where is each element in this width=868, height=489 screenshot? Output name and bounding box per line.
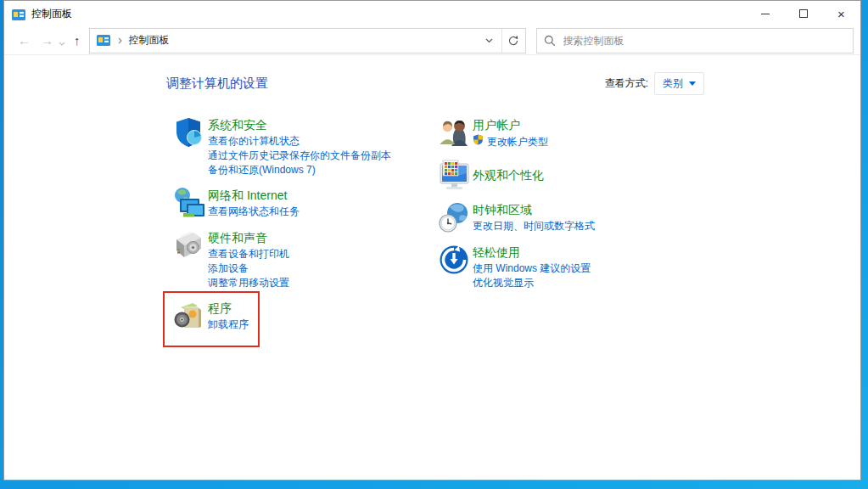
category-title-user-accounts[interactable]: 用户帐户 bbox=[473, 117, 548, 132]
category-title-clock-region[interactable]: 时钟和区域 bbox=[473, 202, 595, 217]
left-column: 系统和安全 查看你的计算机状态 通过文件历史记录保存你的文件备份副本 备份和还原… bbox=[166, 115, 431, 341]
forward-button[interactable]: → bbox=[36, 33, 59, 48]
link-add-device[interactable]: 添加设备 bbox=[208, 261, 289, 276]
category-appearance-personalization: 外观和个性化 bbox=[437, 158, 595, 192]
search-input[interactable] bbox=[563, 35, 847, 47]
address-box[interactable]: 控制面板 bbox=[89, 28, 526, 53]
refresh-icon[interactable] bbox=[501, 29, 525, 53]
address-dropdown-chevron-icon[interactable] bbox=[478, 29, 501, 53]
right-column: 用户帐户 更改帐户类型 bbox=[431, 115, 595, 341]
minimize-button[interactable] bbox=[746, 1, 784, 26]
programs-icon[interactable] bbox=[172, 299, 206, 333]
address-bar: ← → ↑ 控制面板 bbox=[4, 26, 860, 55]
category-hardware-sound: 硬件和声音 查看设备和打印机 添加设备 调整常用移动设置 bbox=[172, 228, 431, 290]
control-panel-icon bbox=[12, 8, 25, 20]
hardware-sound-icon[interactable] bbox=[172, 228, 206, 262]
control-panel-icon bbox=[97, 35, 110, 46]
close-icon: × bbox=[837, 8, 845, 20]
link-change-date-time-formats[interactable]: 更改日期、时间或数字格式 bbox=[473, 219, 595, 233]
link-windows-suggest-settings[interactable]: 使用 Windows 建议的设置 bbox=[473, 261, 591, 276]
uac-shield-icon bbox=[473, 134, 484, 149]
system-security-icon[interactable] bbox=[172, 115, 206, 149]
breadcrumb-item-control-panel[interactable]: 控制面板 bbox=[129, 33, 170, 48]
category-title-appearance-personalization[interactable]: 外观和个性化 bbox=[473, 167, 544, 183]
link-backup-restore-win7[interactable]: 备份和还原(Windows 7) bbox=[208, 163, 391, 177]
search-icon bbox=[544, 35, 556, 47]
link-label: 更改帐户类型 bbox=[487, 135, 548, 149]
view-by-dropdown[interactable]: 类别 bbox=[654, 72, 704, 95]
category-network-internet: 网络和 Internet 查看网络状态和任务 bbox=[172, 186, 431, 220]
search-box[interactable] bbox=[536, 28, 854, 53]
user-accounts-icon[interactable] bbox=[437, 115, 471, 149]
category-ease-of-access: 轻松使用 使用 Windows 建议的设置 优化视觉显示 bbox=[437, 243, 595, 290]
window-title: 控制面板 bbox=[31, 7, 72, 21]
link-uninstall-program[interactable]: 卸载程序 bbox=[208, 318, 249, 332]
category-user-accounts: 用户帐户 更改帐户类型 bbox=[437, 115, 595, 149]
maximize-button[interactable] bbox=[784, 1, 822, 26]
category-programs: 程序 卸载程序 bbox=[172, 299, 431, 333]
control-panel-window: 控制面板 × ← → ↑ 控制面板 bbox=[3, 0, 861, 481]
page-title: 调整计算机的设置 bbox=[166, 76, 268, 92]
category-columns: 系统和安全 查看你的计算机状态 通过文件历史记录保存你的文件备份副本 备份和还原… bbox=[166, 115, 860, 341]
link-file-history-backup[interactable]: 通过文件历史记录保存你的文件备份副本 bbox=[208, 149, 391, 163]
clock-region-icon[interactable] bbox=[437, 200, 471, 234]
category-system-security: 系统和安全 查看你的计算机状态 通过文件历史记录保存你的文件备份副本 备份和还原… bbox=[172, 115, 431, 177]
category-title-ease-of-access[interactable]: 轻松使用 bbox=[473, 244, 591, 260]
link-network-status-tasks[interactable]: 查看网络状态和任务 bbox=[208, 205, 300, 219]
view-by-label: 查看方式: bbox=[605, 76, 648, 91]
link-optimize-visual-display[interactable]: 优化视觉显示 bbox=[473, 276, 591, 290]
content-header: 调整计算机的设置 查看方式: 类别 bbox=[166, 72, 704, 95]
breadcrumb[interactable]: 控制面板 bbox=[90, 33, 478, 48]
ease-of-access-icon[interactable] bbox=[437, 243, 471, 277]
content-area: 调整计算机的设置 查看方式: 类别 bbox=[4, 55, 860, 480]
maximize-icon bbox=[799, 9, 808, 18]
close-button[interactable]: × bbox=[822, 1, 860, 26]
recent-pages-chevron-icon[interactable] bbox=[59, 34, 65, 49]
link-review-computer-status[interactable]: 查看你的计算机状态 bbox=[208, 134, 391, 149]
category-clock-region: 时钟和区域 更改日期、时间或数字格式 bbox=[437, 200, 595, 234]
link-devices-printers[interactable]: 查看设备和打印机 bbox=[208, 247, 289, 261]
view-by: 查看方式: 类别 bbox=[605, 72, 704, 95]
category-title-hardware-sound[interactable]: 硬件和声音 bbox=[208, 230, 289, 245]
category-title-programs[interactable]: 程序 bbox=[208, 301, 249, 316]
appearance-personalization-icon[interactable] bbox=[437, 158, 471, 192]
up-button[interactable]: ↑ bbox=[69, 33, 86, 48]
link-change-account-type[interactable]: 更改帐户类型 bbox=[473, 134, 548, 149]
title-bar: 控制面板 × bbox=[4, 1, 860, 26]
chevron-down-icon bbox=[689, 82, 696, 86]
minimize-icon bbox=[761, 14, 770, 14]
link-mobility-settings[interactable]: 调整常用移动设置 bbox=[208, 276, 289, 290]
category-title-system-security[interactable]: 系统和安全 bbox=[208, 117, 391, 132]
category-title-network-internet[interactable]: 网络和 Internet bbox=[208, 188, 300, 203]
chevron-right-icon bbox=[118, 37, 122, 44]
view-by-value: 类别 bbox=[663, 76, 683, 91]
back-button[interactable]: ← bbox=[13, 33, 36, 48]
network-internet-icon[interactable] bbox=[172, 186, 206, 220]
